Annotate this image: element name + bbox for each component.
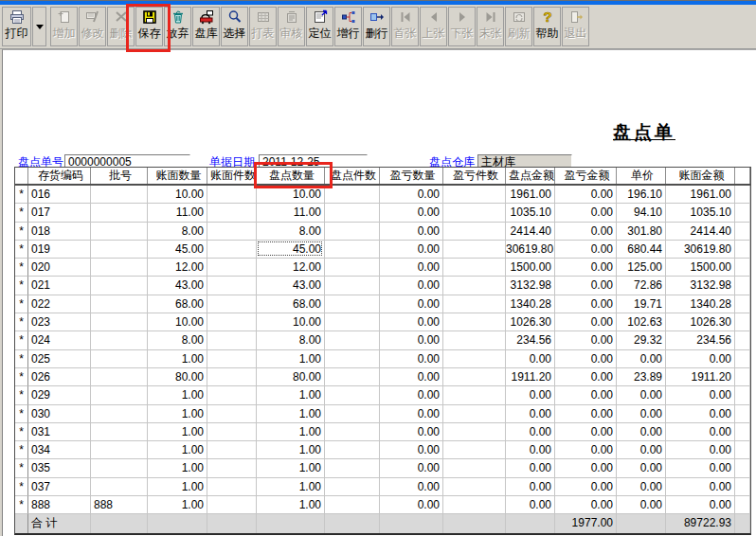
cell-code[interactable]: 037 [28,478,91,496]
cell-count_qty[interactable]: 8.00 [257,331,325,349]
cell-pl_amt[interactable]: 0.00 [555,259,617,277]
cell-price[interactable]: 102.63 [617,313,666,331]
discard-button[interactable]: 放弃 [164,7,191,46]
cell-pl_pcs[interactable] [443,186,506,204]
cell-count_pcs[interactable] [325,204,380,222]
cell-count_amt[interactable]: 1340.28 [506,295,555,313]
cell-pl_pcs[interactable] [443,331,506,349]
column-header-book_pcs[interactable]: 账面件数 [207,168,257,184]
cell-pl_pcs[interactable] [443,496,506,514]
cell-batch[interactable] [91,186,148,204]
cell-count_qty[interactable]: 10.00 [257,186,325,204]
cell-pl_amt[interactable]: 0.00 [555,223,617,241]
cell-count_pcs[interactable] [325,441,380,459]
cell-count_amt[interactable]: 2414.40 [506,223,555,241]
cell-book_amt[interactable]: 30619.80 [666,241,735,259]
cell-count_pcs[interactable] [325,478,380,496]
cell-pl_amt[interactable]: 0.00 [555,478,617,496]
cell-book_qty[interactable]: 8.00 [148,223,207,241]
cell-pl_amt[interactable]: 0.00 [555,441,617,459]
cell-pl_pcs[interactable] [443,204,506,222]
cell-count_amt[interactable]: 3132.98 [506,277,555,295]
cell-batch[interactable] [91,386,148,404]
cell-count_qty[interactable]: 12.00 [257,259,325,277]
cell-book_qty[interactable]: 43.00 [148,277,207,295]
cell-count_amt[interactable]: 1961.00 [506,186,555,204]
cell-book_amt[interactable]: 1911.20 [666,368,735,386]
column-header-book_qty[interactable]: 账面数量 [148,168,207,184]
cell-code[interactable]: 026 [28,368,91,386]
cell-count_pcs[interactable] [325,496,380,514]
cell-book_amt[interactable]: 1961.00 [666,186,735,204]
cell-book_amt[interactable]: 0.00 [666,350,735,368]
cell-batch[interactable] [91,368,148,386]
cell-book_pcs[interactable] [207,405,257,423]
cell-count_qty[interactable]: 80.00 [257,368,325,386]
cell-price[interactable]: 0.00 [617,423,666,441]
cell-count_pcs[interactable] [325,223,380,241]
cell-pl_pcs[interactable] [443,405,506,423]
cell-price[interactable]: 0.00 [617,478,666,496]
cell-pl_pcs[interactable] [443,368,506,386]
cell-pl_amt[interactable]: 0.00 [555,331,617,349]
column-header-count_amt[interactable]: 盘点金额 [506,168,555,184]
cell-pl_pcs[interactable] [443,241,506,259]
cell-book_qty[interactable]: 68.00 [148,295,207,313]
cell-pl_amt[interactable]: 0.00 [555,405,617,423]
cell-book_amt[interactable]: 0.00 [666,386,735,404]
cell-pl_qty[interactable]: 0.00 [380,259,443,277]
cell-batch[interactable] [91,259,148,277]
cell-book_qty[interactable]: 45.00 [148,241,207,259]
cell-book_pcs[interactable] [207,295,257,313]
cell-pl_pcs[interactable] [443,223,506,241]
cell-pl_pcs[interactable] [443,277,506,295]
cell-book_pcs[interactable] [207,259,257,277]
cell-price[interactable]: 0.00 [617,405,666,423]
cell-pl_pcs[interactable] [443,478,506,496]
cell-book_qty[interactable]: 10.00 [148,186,207,204]
cell-code[interactable]: 017 [28,204,91,222]
cell-pl_amt[interactable]: 0.00 [555,459,617,477]
cell-pl_pcs[interactable] [443,423,506,441]
column-header-pl_pcs[interactable]: 盈亏件数 [443,168,506,184]
column-header-count_qty[interactable]: 盘点数量 [257,168,325,184]
cell-book_pcs[interactable] [207,386,257,404]
cell-book_pcs[interactable] [207,204,257,222]
cell-pl_pcs[interactable] [443,350,506,368]
column-header-pl_qty[interactable]: 盈亏数量 [380,168,443,184]
cell-book_pcs[interactable] [207,313,257,331]
cell-pl_pcs[interactable] [443,441,506,459]
cell-pl_qty[interactable]: 0.00 [380,423,443,441]
cell-book_pcs[interactable] [207,331,257,349]
cell-count_amt[interactable]: 1026.30 [506,313,555,331]
cell-code[interactable]: 029 [28,386,91,404]
cell-book_amt[interactable]: 1340.28 [666,295,735,313]
cell-count_qty[interactable]: 1.00 [257,441,325,459]
cell-batch[interactable] [91,295,148,313]
cell-count_amt[interactable]: 0.00 [506,441,555,459]
column-header-count_pcs[interactable]: 盘点件数 [325,168,380,184]
cell-pl_qty[interactable]: 0.00 [380,386,443,404]
cell-pl_amt[interactable]: 0.00 [555,368,617,386]
cell-book_qty[interactable]: 80.00 [148,368,207,386]
cell-count_qty[interactable]: 68.00 [257,295,325,313]
cell-count_pcs[interactable] [325,295,380,313]
cell-pl_qty[interactable]: 0.00 [380,496,443,514]
save-button[interactable]: 保存 [135,7,163,46]
cell-batch[interactable] [91,350,148,368]
cell-count_pcs[interactable] [325,368,380,386]
cell-book_qty[interactable]: 1.00 [148,350,207,368]
cell-count_amt[interactable]: 0.00 [506,496,555,514]
cell-pl_amt[interactable]: 0.00 [555,350,617,368]
print-dropdown-button[interactable] [32,7,46,46]
cell-code[interactable]: 021 [28,277,91,295]
cell-book_pcs[interactable] [207,441,257,459]
cell-count_qty[interactable]: 8.00 [257,223,325,241]
cell-book_pcs[interactable] [207,459,257,477]
cell-book_amt[interactable]: 0.00 [666,496,735,514]
cell-count_qty[interactable]: 11.00 [257,204,325,222]
print-button[interactable]: 打印 [2,7,31,46]
cell-count_pcs[interactable] [325,259,380,277]
cell-pl_pcs[interactable] [443,313,506,331]
cell-batch[interactable] [91,441,148,459]
